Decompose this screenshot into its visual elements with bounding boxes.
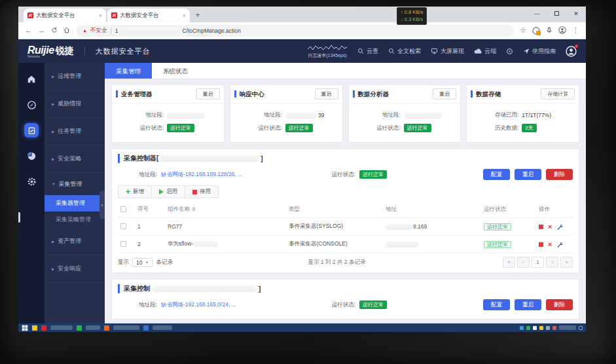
table-row[interactable]: 1 RG77 事件采集器(SYSLOG) 9.169 运行正常 × xyxy=(118,218,573,236)
delete-action-icon[interactable]: × xyxy=(548,224,552,229)
close-button[interactable]: ✕ xyxy=(566,7,586,22)
prev-page-button[interactable]: ‹ xyxy=(517,257,530,268)
not-secure-label[interactable]: 不安全 xyxy=(90,27,107,35)
sidebar-item-collection-mgmt[interactable]: ▼采集管理 xyxy=(45,173,105,195)
tray-icon[interactable] xyxy=(520,326,524,330)
col-name[interactable]: 组件名称 xyxy=(165,202,286,218)
sidebar-item-assets[interactable]: ▶资产管理 xyxy=(45,228,105,255)
add-button[interactable]: +新增 xyxy=(118,186,152,198)
delete-button[interactable]: 删除 xyxy=(546,169,573,180)
stop-action-icon[interactable] xyxy=(539,242,543,247)
taskbar-app-label[interactable] xyxy=(153,325,172,330)
tab-close-icon[interactable]: × xyxy=(183,12,186,19)
tray-clock xyxy=(559,325,576,330)
next-page-button[interactable]: › xyxy=(546,257,558,268)
maximize-button[interactable] xyxy=(547,7,566,22)
address-segment-link[interactable]: 缺省网络-192.168.165.0/24, ... xyxy=(161,301,236,309)
taskbar-app-icon[interactable] xyxy=(104,325,109,331)
storage-calc-button[interactable]: 存储计算 xyxy=(541,88,575,100)
sidebar-item-security-response[interactable]: ▶安全响应 xyxy=(45,255,105,283)
delete-action-icon[interactable]: × xyxy=(548,242,552,247)
url-input[interactable]: ▲ 不安全 | 1 C/toCmpManage.action xyxy=(76,25,514,37)
enable-button[interactable]: 启用 xyxy=(152,186,185,198)
tray-icon[interactable] xyxy=(526,326,530,330)
sidebar-collapse-button[interactable]: ‹ xyxy=(100,191,105,219)
tray-icon[interactable] xyxy=(553,326,556,330)
sidebar-item-ops[interactable]: ▶运维管理 xyxy=(45,63,105,90)
rail-home-item[interactable] xyxy=(24,72,39,86)
show-desktop-button[interactable] xyxy=(579,326,583,330)
sidebar-item-threat-intel[interactable]: ▶威胁情报 xyxy=(45,90,105,118)
stop-action-icon[interactable] xyxy=(539,225,543,229)
first-page-button[interactable]: « xyxy=(503,257,515,268)
start-button[interactable] xyxy=(22,325,28,331)
last-page-button[interactable]: » xyxy=(560,257,573,268)
restart-button[interactable]: 重启 xyxy=(196,88,220,100)
config-wrench-icon[interactable] xyxy=(556,223,564,230)
taskbar-app-icon[interactable] xyxy=(41,325,46,331)
sort-icon[interactable] xyxy=(192,207,196,211)
button-label: 停用 xyxy=(200,188,211,196)
user-avatar[interactable] xyxy=(566,46,577,57)
address-segment-link[interactable]: 缺省网络-192.168.189.128/26, ... xyxy=(161,171,242,179)
tray-icon[interactable] xyxy=(539,326,543,330)
forward-icon[interactable]: → xyxy=(38,27,45,34)
taskbar-app-label[interactable] xyxy=(50,325,73,330)
sidebar-subitem-collector-mgmt[interactable]: 采集器管理 xyxy=(45,195,105,211)
tray-icon[interactable] xyxy=(533,326,537,330)
disable-button[interactable]: 停用 xyxy=(185,186,218,198)
taskbar-app-label[interactable] xyxy=(86,325,100,330)
rail-threat-item[interactable] xyxy=(24,98,39,112)
controller-info-row: 地址段: 缺省网络-192.168.165.0/24, ... 运行状态: 运行… xyxy=(118,296,573,314)
config-wrench-icon[interactable] xyxy=(556,241,564,248)
delete-button[interactable]: 删除 xyxy=(546,299,573,310)
back-icon[interactable]: ← xyxy=(25,27,32,34)
tab-system-status[interactable]: 系统状态 xyxy=(152,63,199,79)
taskbar-app-icon[interactable] xyxy=(143,325,149,331)
table-row[interactable]: 2 华为sflow- 事件采集器(CONSOLE) 运行正常 × xyxy=(118,236,573,253)
sidebar-item-tasks[interactable]: ▶任务管理 xyxy=(45,118,105,145)
rail-collection-item-active[interactable] xyxy=(24,123,39,137)
nav-help[interactable] xyxy=(506,48,513,55)
home-icon[interactable] xyxy=(63,27,70,35)
taskbar-app-icon[interactable] xyxy=(32,325,37,331)
pin-extension-icon[interactable] xyxy=(546,27,553,35)
taskbar-app-icon[interactable] xyxy=(77,325,82,331)
rail-settings-item[interactable] xyxy=(24,174,39,189)
nav-fulltext-search[interactable]: 全文检索 xyxy=(388,47,421,56)
tray-icon[interactable] xyxy=(546,326,550,330)
nav-cloud-query[interactable]: 云查 xyxy=(357,47,378,56)
rail-report-item[interactable] xyxy=(24,149,39,163)
bookmark-star-icon[interactable]: ☆ xyxy=(520,27,526,34)
config-button[interactable]: 配置 xyxy=(483,299,510,310)
nav-cloud[interactable]: 云端 xyxy=(474,47,496,56)
profile-avatar-icon[interactable] xyxy=(558,26,566,35)
restart-button[interactable]: 重启 xyxy=(515,169,541,180)
restart-button[interactable]: 重启 xyxy=(433,88,456,100)
page-size-select[interactable]: 10▼ xyxy=(132,258,153,267)
tab-close-icon[interactable]: × xyxy=(99,12,102,19)
extension-icon[interactable] xyxy=(532,27,540,35)
config-button[interactable]: 配置 xyxy=(483,169,510,180)
refresh-icon[interactable] xyxy=(51,27,58,35)
row-checkbox[interactable] xyxy=(120,223,126,229)
records-label: 条记录 xyxy=(156,259,173,266)
sidebar-item-security-policy[interactable]: ▶安全策略 xyxy=(45,145,105,173)
minimize-button[interactable]: — xyxy=(527,7,547,22)
ruijie-favicon: R xyxy=(27,12,33,18)
sidebar-drag-handle[interactable] xyxy=(18,212,20,223)
new-tab-button[interactable]: + xyxy=(191,8,204,22)
browser-tab-1[interactable]: R 大数据安全平台 × xyxy=(24,9,106,22)
page-number-button[interactable]: 1 xyxy=(532,257,544,268)
browser-menu-icon[interactable]: ⋮ xyxy=(572,27,579,34)
row-checkbox[interactable] xyxy=(120,241,126,247)
restart-button[interactable]: 重启 xyxy=(315,88,338,100)
browser-tab-2[interactable]: R 大数据安全平台 × xyxy=(107,9,190,22)
sidebar-subitem-collection-policy[interactable]: 采集策略管理 xyxy=(45,211,105,228)
select-all-checkbox[interactable] xyxy=(120,206,126,212)
restart-button[interactable]: 重启 xyxy=(515,299,541,310)
tab-collection-mgmt[interactable]: 采集管理 xyxy=(105,63,152,79)
taskbar-app-label[interactable] xyxy=(113,325,139,330)
nav-bigscreen[interactable]: 大屏展现 xyxy=(431,47,464,56)
nav-user-guide[interactable]: 使用指南 xyxy=(523,47,556,56)
